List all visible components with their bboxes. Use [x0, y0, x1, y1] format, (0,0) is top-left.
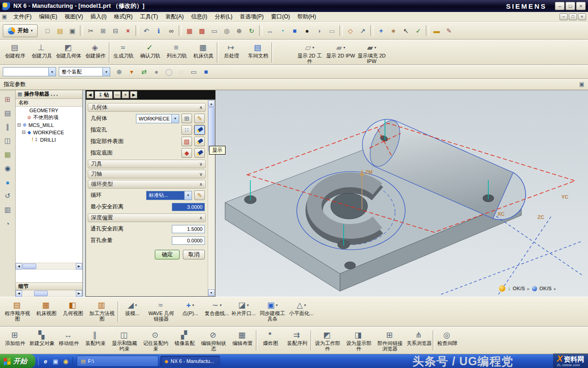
new-file-icon[interactable]: □ [42, 25, 53, 36]
through-clearance-input[interactable]: 1.5000 [172, 225, 205, 233]
generate-toolpath-button[interactable]: ≈ 生成刀轨 [110, 41, 137, 59]
min-clearance-input[interactable]: 3.0000 [172, 203, 205, 211]
tree-row[interactable]: ⊘ 不使用的项 [16, 114, 82, 121]
close-button[interactable]: × [576, 2, 586, 10]
section-geometry[interactable]: 几何体 ∧ [88, 103, 206, 112]
assembly-constraints-button[interactable]: ∥ 装配约束 [82, 328, 109, 346]
child-minimize-button[interactable]: – [560, 13, 568, 20]
toolbar-separator[interactable] [426, 25, 429, 36]
open-file-icon[interactable]: ▤ [54, 25, 66, 36]
mirror-assembly-button[interactable]: ▞ 镜像装配 [171, 328, 198, 346]
draft-button[interactable]: ◢▾ 拔模... [119, 299, 146, 316]
assembly-navigator-icon[interactable]: ▤ [2, 108, 14, 119]
sphere-filter-icon[interactable]: ● [151, 67, 162, 77]
delete-icon[interactable]: × [122, 25, 134, 36]
rotate-view-icon[interactable]: ↻ [246, 25, 257, 36]
toolbar-separator[interactable] [259, 25, 262, 36]
menu-item[interactable]: 格式(R) [110, 12, 136, 22]
measure-icon[interactable]: ▬ [431, 25, 442, 36]
create-operation-button[interactable]: ◈ 创建操作 [82, 41, 109, 59]
cut-icon[interactable]: ✂ [85, 25, 96, 36]
toolbar-separator[interactable] [136, 25, 139, 36]
shaded-view-icon[interactable]: ◔ [277, 25, 288, 36]
edit-suppression-button[interactable]: ⊘ 编辑抑制状态 [198, 328, 229, 352]
plane-icon[interactable]: ▭ [326, 25, 338, 36]
info-icon[interactable]: ℹ [153, 25, 164, 36]
windows-start-button[interactable]: 开始 [0, 354, 35, 368]
prompt-collapse-icon[interactable]: ▣ [579, 81, 584, 87]
section-cycle-type[interactable]: 循环类型 ∧ [88, 180, 206, 189]
arc-filter-icon[interactable]: ◌ [175, 67, 187, 77]
details-section-header[interactable]: 细节 [16, 282, 82, 290]
ok-button[interactable]: 确定 [155, 250, 180, 259]
history-icon[interactable]: ↺ [2, 190, 14, 201]
palette-icon[interactable]: ▥ [2, 204, 14, 215]
selection-ok-icon[interactable]: ✓ [413, 25, 424, 36]
caret-right-icon[interactable]: ▸ [527, 286, 530, 291]
child-close-button[interactable]: × [578, 13, 586, 20]
shaded-cube-icon[interactable]: ■ [200, 67, 212, 77]
cycle-select[interactable]: 标准钻... ▾ [146, 191, 192, 200]
toolbar-separator[interactable] [339, 25, 343, 36]
caret-right-icon[interactable]: ▸ [554, 286, 556, 291]
section-tool-axis[interactable]: 刀轴 ∨ [88, 170, 206, 178]
show-2d-workpiece-button[interactable]: ▱▾ 显示 2D 工件 [294, 41, 325, 64]
hd3d-tool-icon[interactable]: ◉ [2, 163, 14, 174]
child-restore-button[interactable]: □ [569, 13, 577, 20]
reuse-library-icon[interactable]: ▦ [2, 149, 14, 160]
quick-media-icon[interactable]: ◉ [62, 357, 70, 365]
web-browser-icon[interactable]: ● [2, 177, 14, 188]
facet-modeling-button[interactable]: △▾ 小平面化... [288, 299, 315, 316]
datum-axis-icon[interactable]: ↗ [357, 25, 368, 36]
csys-icon[interactable]: ∗ [388, 25, 399, 36]
scrollbar-thumb[interactable] [208, 107, 215, 151]
menu-item[interactable]: 工具(T) [136, 12, 162, 22]
remember-constraints-button[interactable]: ⊙ 记住装配约束 [140, 328, 171, 352]
quick-ie-icon[interactable]: e [41, 357, 50, 365]
composite-curve-button[interactable]: ∼▾ 复合曲线... [204, 299, 230, 316]
exploded-view-button[interactable]: * 爆炸图 [257, 328, 284, 346]
selection-filter-icon[interactable]: ▾ [126, 67, 137, 77]
edit-geometry-button[interactable]: ✎ [194, 114, 205, 123]
face-analysis-icon[interactable]: ◗ [314, 25, 325, 36]
snap-point-icon[interactable]: ⊕ [113, 67, 125, 77]
scroll-up-icon[interactable]: ▲ [208, 100, 215, 107]
verify-toolpath-button[interactable]: ✓ 确认刀轨 [137, 41, 164, 59]
point-constructor-icon[interactable]: + [375, 25, 387, 36]
scrollbar-thumb[interactable] [23, 264, 36, 269]
machining-method-view-button[interactable]: ▥ 加工方法视图 [86, 299, 118, 322]
snap-grid2-icon[interactable]: ▩ [196, 25, 208, 36]
show-filled-2d-ipw-button[interactable]: ▰▾ 显示填充 2D IPW [356, 41, 387, 64]
part-navigator-icon[interactable]: ◫ [2, 135, 14, 146]
pan-view-icon[interactable]: ↔ [264, 25, 276, 36]
new-parent-button[interactable]: ▚ 新建父对象 [28, 328, 56, 346]
cancel-button[interactable]: 取消 [183, 250, 205, 259]
dialog-close-button[interactable]: × [122, 91, 129, 98]
annotate-icon[interactable]: ✎ [443, 25, 455, 36]
add-component-button[interactable]: ⊞ 添加组件 [2, 328, 28, 346]
list-toolpath-button[interactable]: ≡ 列出刀轨 [164, 41, 190, 59]
window-icon[interactable]: ▭ [209, 25, 220, 36]
scrollbar-thumb[interactable] [34, 291, 48, 296]
quick-desktop-icon[interactable]: ▣ [51, 357, 60, 365]
select-bottom-button[interactable]: ◆ [181, 148, 192, 158]
paste-icon[interactable]: ⊟ [110, 25, 121, 36]
menu-item[interactable]: 信息(I) [187, 12, 211, 22]
quick-pick-icon[interactable]: ↖ [400, 25, 412, 36]
scroll-left-icon[interactable]: ◀ [16, 263, 22, 270]
tree-row[interactable]: ! ↧ DRILLI [16, 136, 82, 144]
assembly-sequence-button[interactable]: ⇉ 装配序列 [284, 328, 311, 346]
circle-filter-icon[interactable]: ◯ [163, 67, 175, 77]
menu-item[interactable]: 分析(L) [211, 12, 236, 22]
task-explorer[interactable]: ▤ F:\ [77, 356, 158, 367]
display-part-surface-button[interactable] [194, 137, 205, 146]
name-column-header[interactable]: 名称 [16, 99, 82, 107]
datum-plane-icon[interactable]: ◇ [345, 25, 356, 36]
task-nx[interactable]: ◆ NX 6 - Manufactu... [160, 356, 220, 367]
fit-view-icon[interactable]: ◎ [221, 25, 232, 36]
geometry-view-button[interactable]: ◧ 几何视图 [60, 299, 86, 316]
check-clearances-button[interactable]: ◎ 检查间隙 [434, 328, 461, 346]
menu-item[interactable]: 窗口(O) [267, 12, 294, 22]
dialog-collapse-button[interactable]: — [113, 91, 121, 98]
save-icon[interactable]: ▣ [67, 25, 78, 36]
